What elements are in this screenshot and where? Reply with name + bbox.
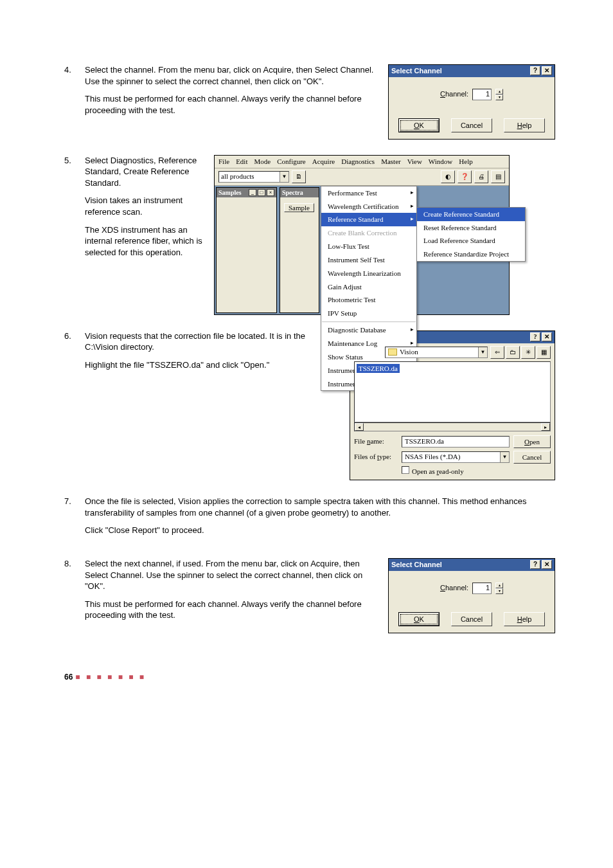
spinner-up-icon[interactable]: ▴ bbox=[495, 89, 503, 95]
step-number: 4. bbox=[64, 64, 85, 140]
mi-gain[interactable]: Gain Adjust bbox=[321, 280, 416, 294]
filetype-label: Files of type: bbox=[354, 452, 398, 462]
close-icon[interactable]: ✕ bbox=[542, 66, 552, 75]
smi-refstd-project[interactable]: Reference Standardize Project bbox=[417, 248, 525, 261]
mi-photometric[interactable]: Photometric Test bbox=[321, 293, 416, 307]
help-button[interactable]: Help bbox=[504, 612, 545, 626]
menu-master[interactable]: Master bbox=[381, 157, 401, 167]
spectra-panel: Spectra Sample bbox=[280, 187, 319, 313]
step-7: 7. Once the file is selected, Vision app… bbox=[64, 496, 555, 543]
mi-selftest[interactable]: Instrument Self Test bbox=[321, 253, 416, 267]
step-text: Highlight the file "TSSZERO.da" and clic… bbox=[85, 359, 339, 371]
mi-linearization[interactable]: Wavelength Linearization bbox=[321, 267, 416, 280]
file-item-selected[interactable]: TSSZERO.da bbox=[357, 364, 400, 374]
folder-icon bbox=[388, 348, 397, 356]
minimize-icon[interactable]: _ bbox=[249, 189, 256, 196]
menu-mode[interactable]: Mode bbox=[254, 157, 271, 167]
step-text: This must be performed for each channel.… bbox=[85, 93, 378, 116]
scroll-right-icon[interactable]: ▸ bbox=[541, 423, 550, 431]
mi-wavelength-cert[interactable]: Wavelength Certification bbox=[321, 200, 416, 213]
menu-window[interactable]: Window bbox=[429, 157, 452, 167]
step-text: This must be performed for each channel.… bbox=[85, 599, 378, 621]
step-text: Vision takes an instrument reference sca… bbox=[85, 195, 204, 217]
toolbar-sheet-icon[interactable]: ▤ bbox=[491, 170, 505, 183]
maximize-icon[interactable]: □ bbox=[258, 189, 265, 196]
scroll-left-icon[interactable]: ◂ bbox=[355, 423, 364, 431]
step-text: The XDS instrument has an internal refer… bbox=[85, 224, 204, 258]
filetype-combo[interactable]: NSAS Files (*.DA)▼ bbox=[402, 451, 510, 463]
step-8: 8. Select the next channel, if used. Fro… bbox=[64, 558, 555, 633]
channel-label: Channel: bbox=[440, 89, 468, 99]
page-number: 66 bbox=[64, 672, 73, 682]
smi-create-refstd[interactable]: Create Reference Standard bbox=[417, 208, 525, 221]
help-icon[interactable]: ? bbox=[530, 332, 540, 341]
channel-spinner[interactable]: 1 bbox=[472, 583, 492, 594]
step-4: 4. Select the channel. From the menu bar… bbox=[64, 64, 555, 140]
file-list-pane[interactable]: TSSZERO.da bbox=[354, 361, 551, 422]
toolbar-doc-icon[interactable]: 🗎 bbox=[292, 170, 306, 183]
menu-edit[interactable]: Edit bbox=[236, 157, 247, 167]
channel-spinner[interactable]: 1 bbox=[472, 89, 492, 100]
ok-button[interactable]: OK bbox=[398, 118, 440, 132]
mi-lowflux[interactable]: Low-Flux Test bbox=[321, 240, 416, 253]
dialog-titlebar[interactable]: Select Channel ? ✕ bbox=[389, 65, 555, 77]
back-icon[interactable]: ⇐ bbox=[490, 346, 504, 359]
menu-view[interactable]: View bbox=[407, 157, 422, 167]
select-channel-dialog: Select Channel ? ✕ Channel: 1 ▴ ▾ bbox=[388, 64, 555, 140]
views-icon[interactable]: ▦ bbox=[537, 346, 551, 359]
help-icon[interactable]: ? bbox=[530, 66, 540, 75]
up-folder-icon[interactable]: 🗀 bbox=[506, 346, 520, 359]
step-text: Select the next channel, if used. From t… bbox=[85, 558, 378, 592]
menu-help[interactable]: Help bbox=[459, 157, 472, 167]
ok-button[interactable]: OK bbox=[398, 612, 440, 626]
toolbar-help-icon[interactable]: ❓ bbox=[458, 170, 472, 183]
dialog-title: Select Channel bbox=[391, 560, 529, 570]
mi-performance[interactable]: Performance Test bbox=[321, 186, 416, 200]
close-icon[interactable]: ✕ bbox=[542, 332, 552, 341]
sample-button[interactable]: Sample bbox=[284, 203, 314, 212]
menu-configure[interactable]: Configure bbox=[277, 157, 306, 167]
menu-acquire[interactable]: Acquire bbox=[312, 157, 335, 167]
cancel-button[interactable]: Cancel bbox=[451, 118, 492, 132]
mi-ipv[interactable]: IPV Setup bbox=[321, 307, 416, 320]
step-number: 7. bbox=[64, 496, 85, 543]
open-button[interactable]: Open bbox=[513, 435, 551, 448]
vision-app-window: File Edit Mode Configure Acquire Diagnos… bbox=[214, 155, 510, 315]
help-button[interactable]: Help bbox=[504, 118, 545, 132]
horizontal-scrollbar[interactable]: ◂ ▸ bbox=[354, 422, 551, 431]
channel-label: Channel: bbox=[440, 583, 468, 593]
select-channel-dialog: Select Channel ? ✕ Channel: 1 ▴ ▾ bbox=[388, 558, 555, 633]
dialog-titlebar[interactable]: Select Channel ? ✕ bbox=[389, 559, 555, 571]
spinner-up-icon[interactable]: ▴ bbox=[495, 583, 503, 588]
close-icon[interactable]: ✕ bbox=[542, 560, 552, 569]
menubar: File Edit Mode Configure Acquire Diagnos… bbox=[215, 156, 509, 168]
diagnostics-menu: Performance Test Wavelength Certificatio… bbox=[321, 186, 417, 392]
filename-input[interactable]: TSSZERO.da bbox=[402, 436, 510, 448]
menu-file[interactable]: File bbox=[218, 157, 229, 167]
menu-diagnostics[interactable]: Diagnostics bbox=[341, 157, 375, 167]
toolbar-lamp-icon[interactable]: ◐ bbox=[441, 170, 455, 183]
step-6: 6. Vision requests that the correction f… bbox=[64, 330, 555, 481]
step-text: Vision requests that the correction file… bbox=[85, 330, 339, 353]
spinner-down-icon[interactable]: ▾ bbox=[495, 588, 503, 594]
lookin-combo[interactable]: Vision▼ bbox=[385, 347, 488, 358]
step-number: 8. bbox=[64, 558, 85, 633]
mi-reference-standard[interactable]: Reference Standard bbox=[321, 213, 416, 226]
product-combo[interactable]: all products▼ bbox=[218, 171, 289, 183]
cancel-button[interactable]: Cancel bbox=[451, 612, 492, 626]
mi-diag-db[interactable]: Diagnostic Database bbox=[321, 323, 416, 337]
spinner-down-icon[interactable]: ▾ bbox=[495, 95, 503, 100]
page-footer: 66 ■ ■ ■ ■ ■ ■ ■ bbox=[64, 672, 555, 682]
refstd-submenu: Create Reference Standard Reset Referenc… bbox=[416, 207, 526, 262]
new-folder-icon[interactable]: ✳ bbox=[521, 346, 535, 359]
cancel-button[interactable]: Cancel bbox=[513, 451, 551, 464]
close-icon[interactable]: × bbox=[267, 189, 274, 196]
step-number: 6. bbox=[64, 330, 85, 481]
toolbar-print-icon[interactable]: 🖨 bbox=[474, 170, 488, 183]
footer-dots: ■ ■ ■ ■ ■ ■ ■ bbox=[75, 672, 146, 682]
help-icon[interactable]: ? bbox=[530, 560, 540, 569]
readonly-checkbox[interactable]: Open as read-only bbox=[402, 466, 464, 476]
smi-load-refstd[interactable]: Load Reference Standard bbox=[417, 234, 525, 248]
step-text: Select the channel. From the menu bar, c… bbox=[85, 64, 378, 87]
smi-reset-refstd[interactable]: Reset Reference Standard bbox=[417, 221, 525, 235]
